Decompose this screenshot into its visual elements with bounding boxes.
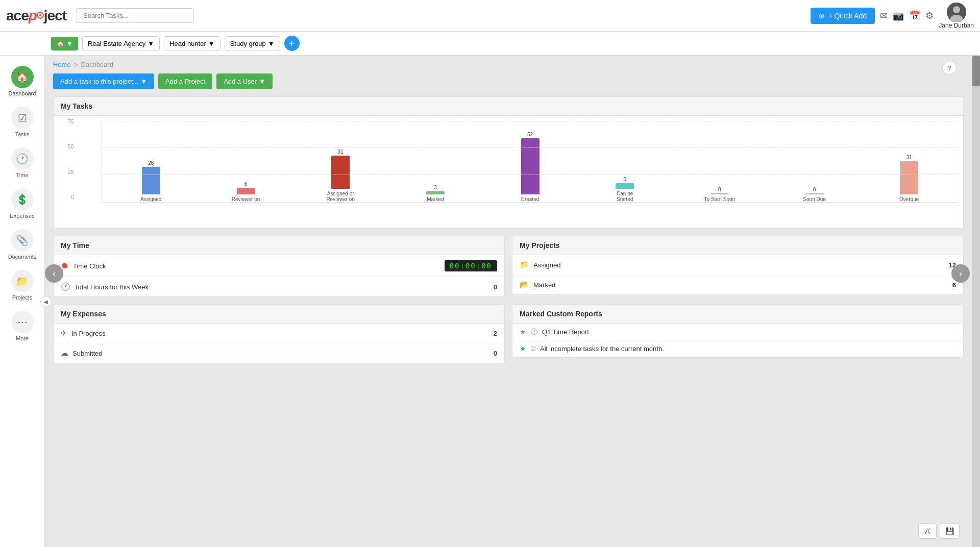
action-buttons: Add a task to this project... ▼ Add a Pr… (53, 73, 964, 89)
star-green-1: ★ (520, 328, 526, 336)
my-time-header: My Time (54, 236, 504, 255)
sidebar-collapse-button[interactable]: ◀ (40, 296, 52, 307)
my-expenses-card: My Expenses ✈ In Progress 2 ☁ Submitted (53, 304, 505, 363)
sidebar-item-expenses[interactable]: 💲 Expenses (0, 183, 44, 224)
report-label-1: Q1 Time Report (542, 328, 589, 336)
bar-label-assigned: Assigned (140, 196, 161, 202)
bar-group-can-be-started[interactable]: 5 Can beStarted (578, 121, 671, 202)
my-time-card: My Time ⏺ Time Clock 00:00:00 🕐 Total Ho… (53, 236, 505, 297)
project-tab-label-study-group: Study group (230, 40, 266, 47)
bar-group-to-start-soon[interactable]: 0 To Start Soon (673, 121, 766, 202)
add-user-label: Add a User (224, 78, 257, 85)
project-tab-real-estate[interactable]: Real Estate Agency ▼ (82, 36, 160, 51)
total-hours-label: Total Hours for this Week (75, 283, 149, 291)
header: acepject ⊕ + Quick Add ✉ 📷 📅 ⚙ Jane Durb… (0, 0, 980, 32)
expenses-in-progress-label-wrap: ✈ In Progress (61, 329, 494, 338)
bar-group-reviewer[interactable]: 6 Reviewer on (200, 121, 292, 202)
bar-group-assigned[interactable]: 26 Assigned (105, 121, 198, 202)
y-label-25: 25 (54, 169, 74, 175)
calendar-icon[interactable]: 📅 (909, 10, 920, 21)
print-button[interactable]: 🖨 (918, 524, 937, 539)
bar-reviewer (237, 188, 255, 194)
breadcrumb-home[interactable]: Home (53, 61, 71, 68)
bar-value-overdue: 31 (906, 155, 912, 160)
projects-assigned-row: 📁 Assigned 12 (512, 255, 963, 275)
bar-label-marked: Marked (427, 196, 444, 202)
add-project-button[interactable]: Add a Project (158, 73, 212, 89)
home-button[interactable]: 🏠 ▼ (51, 37, 78, 51)
avatar (947, 3, 966, 22)
right-scrollbar[interactable] (972, 56, 980, 547)
projects-marked-label-wrap: 📂 Marked (520, 280, 952, 289)
bar-group-overdue[interactable]: 31 Overdue (863, 121, 955, 202)
projects-marked-value: 6 (952, 281, 956, 289)
bar-label-assigned-reviewer: Assigned orReviewer on (326, 191, 355, 202)
bar-value-soon-due: 0 (813, 187, 816, 192)
add-task-button[interactable]: Add a task to this project... ▼ (53, 73, 154, 89)
tasks-report-icon: ☑ (530, 345, 536, 352)
nav-chevron-right[interactable]: › (951, 264, 970, 283)
project-tab-head-hunter[interactable]: Head hunter ▼ (164, 36, 220, 51)
total-hours-value: 0 (494, 283, 497, 291)
breadcrumb-current: Dashboard (81, 61, 113, 68)
expenses-submitted-value: 0 (494, 350, 497, 357)
my-tasks-title: My Tasks (61, 102, 92, 110)
chart-container: 75 50 25 0 (54, 116, 963, 228)
marked-reports-card: Marked Custom Reports ★ 🕐 Q1 Time Report… (512, 304, 964, 358)
add-project-plus-button[interactable]: + (284, 36, 300, 51)
documents-icon: 📎 (11, 229, 34, 252)
add-task-label: Add a task to this project... (60, 78, 138, 85)
my-projects-card: My Projects 📁 Assigned 12 📂 Marked (512, 236, 964, 295)
search-input[interactable] (77, 8, 194, 23)
report-row-1[interactable]: ★ 🕐 Q1 Time Report (512, 324, 963, 340)
sidebar-label-tasks: Tasks (15, 131, 29, 137)
bar-group-assigned-reviewer[interactable]: 31 Assigned orReviewer on (294, 121, 387, 202)
folder-icon-1: 📁 (520, 260, 529, 269)
bar-value-reviewer: 6 (244, 181, 248, 187)
header-right: ⊕ + Quick Add ✉ 📷 📅 ⚙ Jane Durban (811, 3, 974, 29)
bar-soon-due (805, 193, 824, 194)
mail-icon[interactable]: ✉ (880, 10, 888, 21)
sidebar-item-documents[interactable]: 📎 Documents (0, 224, 44, 265)
sidebar-item-more[interactable]: ⋯ More (0, 306, 44, 346)
total-hours-row: 🕐 Total Hours for this Week 0 (54, 277, 504, 296)
report-row-2[interactable]: ★ ☑ All incomplete tasks for the current… (512, 340, 963, 357)
scrollbar-thumb (972, 56, 980, 86)
project-nav: 🏠 ▼ Real Estate Agency ▼ Head hunter ▼ S… (0, 32, 980, 56)
project-tab-study-group[interactable]: Study group ▼ (225, 36, 280, 51)
sidebar-item-time[interactable]: 🕐 Time (0, 142, 44, 183)
quick-add-button[interactable]: ⊕ + Quick Add (811, 8, 875, 24)
bar-label-overdue: Overdue (899, 196, 919, 202)
sidebar-item-dashboard[interactable]: 🏠 Dashboard (0, 61, 44, 102)
my-expenses-col: My Expenses ✈ In Progress 2 ☁ Submitted (53, 304, 505, 370)
projects-assigned-label: Assigned (533, 261, 560, 269)
y-label-75: 75 (54, 118, 74, 125)
sidebar-item-projects[interactable]: 📁 Projects (0, 265, 44, 306)
projects-icon: 📁 (11, 270, 34, 292)
user-section[interactable]: Jane Durban (939, 3, 974, 29)
bar-value-assigned-reviewer: 31 (338, 149, 344, 155)
bar-can-be-started (616, 183, 634, 189)
add-user-button[interactable]: Add a User ▼ (216, 73, 273, 89)
marked-reports-col: Marked Custom Reports ★ 🕐 Q1 Time Report… (512, 304, 964, 370)
submit-icon: ☁ (61, 349, 68, 358)
bar-value-can-be-started: 5 (623, 177, 626, 182)
sidebar-item-tasks[interactable]: ☑ Tasks (0, 102, 44, 142)
expenses-submitted-row: ☁ Submitted 0 (54, 343, 504, 363)
bar-marked (426, 191, 445, 194)
bar-group-soon-due[interactable]: 0 Soon Due (768, 121, 861, 202)
time-clock-value[interactable]: 00:00:00 (445, 260, 497, 271)
bar-group-marked[interactable]: 3 Marked (389, 121, 482, 202)
two-col-row-2: My Expenses ✈ In Progress 2 ☁ Submitted (53, 304, 964, 370)
save-button[interactable]: 💾 (940, 524, 960, 539)
home-icon: 🏠 (56, 40, 64, 47)
settings-icon[interactable]: ⚙ (925, 10, 934, 21)
bar-group-created[interactable]: 52 Created (484, 121, 577, 202)
nav-chevron-left[interactable]: ‹ (45, 264, 63, 283)
my-tasks-body: 75 50 25 0 (54, 116, 963, 228)
help-button[interactable]: ? (942, 61, 957, 75)
camera-icon[interactable]: 📷 (893, 10, 904, 21)
clock-report-icon: 🕐 (530, 328, 538, 335)
grid-line-25 (102, 175, 958, 175)
time-clock-label-wrap: ⏺ Time Clock (61, 261, 445, 270)
